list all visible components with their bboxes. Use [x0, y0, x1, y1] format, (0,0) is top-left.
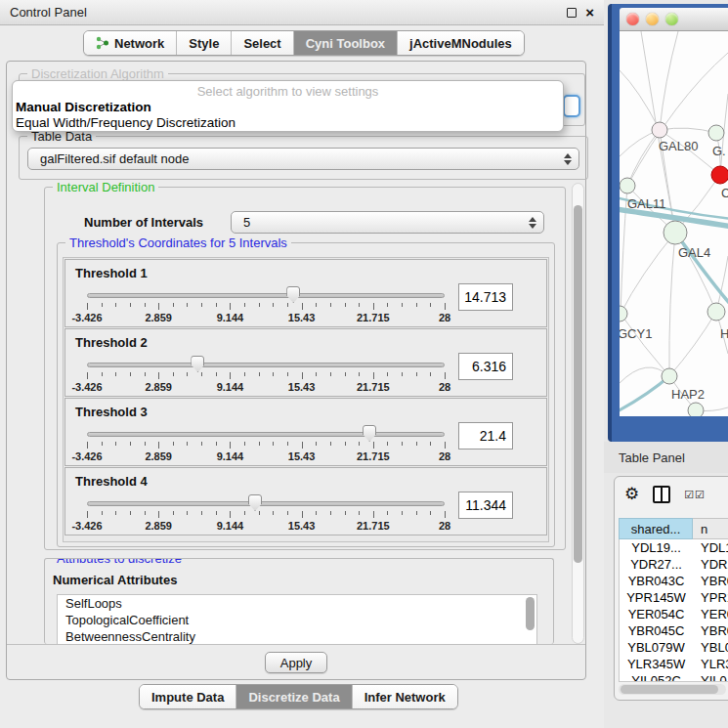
- slider-track[interactable]: [87, 293, 445, 298]
- table-cell[interactable]: YIL0: [693, 672, 728, 682]
- table-row[interactable]: YLR345WYLR3: [620, 656, 728, 672]
- network-edge[interactable]: [660, 128, 716, 133]
- network-edge[interactable]: [620, 70, 660, 130]
- table-cell[interactable]: YBL0: [693, 639, 728, 656]
- table-cell[interactable]: YBR045C: [620, 622, 693, 639]
- table-row[interactable]: YIL052CYIL0: [620, 672, 728, 682]
- network-node-GAL4[interactable]: [664, 221, 687, 244]
- attribute-list-item[interactable]: BetweennessCentrality: [58, 628, 536, 644]
- table-cell[interactable]: YDR27...: [620, 556, 693, 573]
- close-icon[interactable]: ×: [585, 8, 594, 18]
- threshold-value-field[interactable]: 11.344: [458, 492, 513, 519]
- network-window-titlebar[interactable]: [620, 8, 728, 31]
- tab-cyni-toolbox[interactable]: Cyni Toolbox: [294, 31, 398, 55]
- table-row[interactable]: YBL079WYBL0: [620, 639, 728, 656]
- algorithm-menu-item[interactable]: Equal Width/Frequency Discretization: [13, 115, 563, 131]
- tab-network[interactable]: Network: [84, 31, 177, 55]
- table-row[interactable]: YBR045CYBR0: [620, 622, 728, 639]
- table-cell[interactable]: YDL1: [693, 539, 728, 556]
- table-cell[interactable]: YPR145W: [620, 589, 693, 606]
- table-scrollbar-thumb[interactable]: [621, 685, 718, 694]
- network-edge[interactable]: [627, 53, 728, 186]
- table-cell[interactable]: YER0: [693, 606, 728, 622]
- table-row[interactable]: YDR27...YDR2: [620, 556, 728, 573]
- table-horizontal-scrollbar[interactable]: [619, 684, 726, 695]
- slider-track[interactable]: [87, 432, 445, 437]
- table-cell[interactable]: YBR043C: [620, 573, 693, 589]
- network-node-label: GAL4: [678, 245, 710, 260]
- network-edge[interactable]: [660, 31, 678, 130]
- slider-thumb[interactable]: [286, 286, 300, 303]
- table-cell[interactable]: YDL19...: [620, 539, 693, 556]
- threshold-value-field[interactable]: 6.316: [458, 353, 513, 380]
- network-edge[interactable]: [621, 233, 675, 314]
- threshold-slider[interactable]: -3.4262.8599.14415.4321.71528: [87, 329, 445, 398]
- threshold-value-field[interactable]: 14.713: [458, 283, 513, 311]
- gear-icon[interactable]: ⚙: [624, 485, 639, 504]
- network-edge-highlighted[interactable]: [620, 376, 669, 412]
- tab-infer-network[interactable]: Infer Network: [353, 685, 457, 708]
- float-window-icon[interactable]: [567, 8, 577, 18]
- apply-button[interactable]: Apply: [265, 652, 327, 673]
- algorithm-menu-item[interactable]: Manual Discretization: [13, 100, 563, 115]
- network-node-HAP2[interactable]: [662, 368, 677, 384]
- table-row[interactable]: YBR043CYBR0: [620, 573, 728, 589]
- table-row[interactable]: YDL19...YDL1: [620, 539, 728, 556]
- table-cell[interactable]: YPR1: [693, 589, 728, 606]
- network-edge[interactable]: [669, 233, 675, 376]
- attribute-list-item[interactable]: TopologicalCoefficient: [58, 612, 536, 628]
- network-node-C[interactable]: [711, 166, 728, 184]
- network-graph[interactable]: GAL80G.CGAL11GAL4GCY1HHAP2: [620, 31, 728, 416]
- numerical-attributes-list[interactable]: SelfLoopsTopologicalCoefficientBetweenne…: [57, 594, 537, 644]
- split-panel-icon[interactable]: [653, 486, 670, 503]
- network-edge[interactable]: [621, 314, 669, 376]
- select-columns-icon[interactable]: ☑☑: [684, 489, 706, 501]
- tab-select[interactable]: Select: [232, 31, 293, 55]
- network-node-GCY1[interactable]: [620, 306, 627, 321]
- table-data-combobox[interactable]: galFiltered.sif default node: [27, 148, 579, 170]
- threshold-value-field[interactable]: 21.4: [458, 422, 513, 450]
- network-edge[interactable]: [621, 186, 627, 314]
- network-edge[interactable]: [669, 312, 716, 376]
- network-canvas[interactable]: GAL80G.CGAL11GAL4GCY1HHAP2: [620, 31, 728, 416]
- network-edge-highlighted[interactable]: [675, 233, 728, 305]
- slider-thumb[interactable]: [248, 494, 262, 511]
- slider-track[interactable]: [87, 363, 445, 367]
- threshold-slider[interactable]: -3.4262.8599.14415.4321.71528: [87, 399, 445, 467]
- table-cell[interactable]: YDR2: [693, 556, 728, 573]
- network-node-G[interactable]: [708, 125, 724, 141]
- table-row[interactable]: YPR145WYPR1: [620, 589, 728, 606]
- slider-track[interactable]: [87, 501, 445, 506]
- network-node-GAL11[interactable]: [620, 178, 635, 193]
- table-cell[interactable]: YBL079W: [620, 639, 693, 656]
- minimize-traffic-light-icon[interactable]: [646, 13, 659, 25]
- attribute-list-item[interactable]: SelfLoops: [58, 595, 536, 612]
- network-node-GAL80[interactable]: [652, 122, 667, 138]
- table-cell[interactable]: YLR345W: [620, 656, 693, 672]
- table-cell[interactable]: YIL052C: [620, 672, 693, 682]
- network-node[interactable]: [688, 403, 704, 416]
- column-header[interactable]: shared...: [619, 518, 693, 539]
- close-traffic-light-icon[interactable]: [626, 13, 639, 25]
- number-of-intervals-combobox[interactable]: 5: [231, 211, 544, 234]
- tab-impute-data[interactable]: Impute Data: [140, 685, 236, 708]
- algorithm-combobox-focused[interactable]: [563, 95, 580, 117]
- panel-scrollbar[interactable]: [572, 183, 584, 644]
- table-cell[interactable]: YBR0: [693, 622, 728, 639]
- threshold-slider[interactable]: -3.4262.8599.14415.4321.71528: [87, 260, 445, 328]
- table-cell[interactable]: YLR3: [693, 656, 728, 672]
- list-scrollbar[interactable]: [526, 597, 535, 630]
- slider-thumb[interactable]: [191, 356, 204, 372]
- threshold-slider[interactable]: -3.4262.8599.14415.4321.71528: [87, 468, 445, 536]
- network-node-H[interactable]: [707, 303, 725, 321]
- table-row[interactable]: YER054CYER0: [620, 606, 728, 622]
- zoom-traffic-light-icon[interactable]: [665, 13, 678, 25]
- tab-jactivemnodules[interactable]: jActiveMNodules: [398, 31, 524, 55]
- table-cell[interactable]: YER054C: [620, 606, 693, 622]
- tab-style[interactable]: Style: [177, 31, 232, 55]
- slider-thumb[interactable]: [363, 425, 376, 442]
- table-cell[interactable]: YBR0: [693, 573, 728, 589]
- column-header[interactable]: n: [693, 518, 728, 539]
- tab-discretize-data[interactable]: Discretize Data: [236, 685, 352, 708]
- panel-scrollbar-thumb[interactable]: [574, 205, 582, 563]
